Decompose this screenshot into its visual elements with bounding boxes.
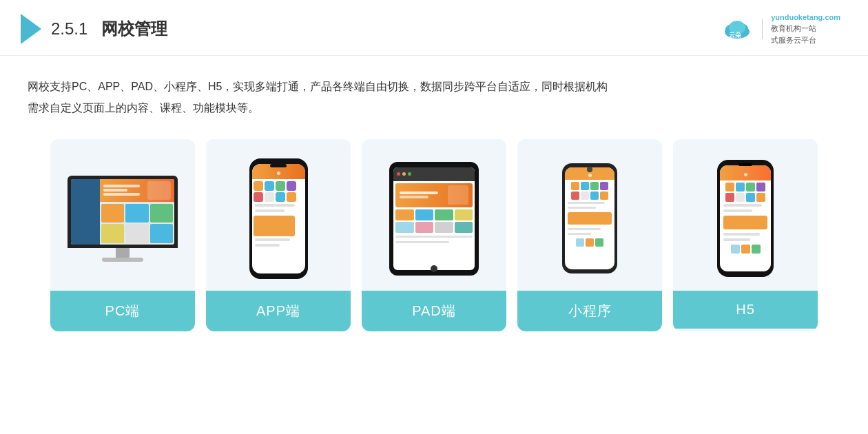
banner-line <box>103 193 140 196</box>
brand-url: yunduoketang.com <box>771 12 840 23</box>
sp-icon <box>586 238 594 247</box>
banner-line <box>103 185 140 187</box>
monitor-base <box>102 258 143 262</box>
h5-phone-mockup <box>717 160 774 277</box>
dot <box>277 172 280 175</box>
page-wrapper: 2.5.1 网校管理 云朵 yunduoketang.com 教育机构一站 <box>0 0 868 434</box>
card-app-image <box>206 139 351 291</box>
monitor-screen <box>71 179 174 245</box>
pad-home-button <box>431 265 437 272</box>
pad-text-line <box>395 241 449 243</box>
h5-row <box>721 193 769 202</box>
sp-body <box>565 180 614 249</box>
brand-text: yunduoketang.com 教育机构一站 式服务云平台 <box>771 12 840 45</box>
section-number: 2.5.1 <box>51 19 87 38</box>
monitor-neck <box>116 248 130 258</box>
sp-button <box>568 212 612 225</box>
phone-camera <box>587 167 592 172</box>
sp-icon <box>576 238 584 247</box>
h5-icon <box>746 193 755 202</box>
phone-screen <box>252 164 305 273</box>
app-icon <box>254 192 263 202</box>
pad-cell <box>435 209 453 220</box>
sp-text-line <box>568 228 601 230</box>
pad-cell <box>435 222 453 233</box>
sp-icon <box>590 192 599 200</box>
sp-icon <box>581 192 589 200</box>
h5-icon <box>731 245 740 254</box>
header-right: 云朵 yunduoketang.com 教育机构一站 式服务云平台 <box>721 12 840 45</box>
banner-line <box>400 192 438 194</box>
card-pc-label: PC端 <box>50 291 195 331</box>
card-app-label: APP端 <box>206 291 351 331</box>
card-pad-image <box>362 139 506 291</box>
header: 2.5.1 网校管理 云朵 yunduoketang.com 教育机构一站 <box>0 0 868 56</box>
h5-bar <box>723 209 752 212</box>
sp-icon <box>590 182 599 190</box>
phone-row <box>254 216 304 236</box>
brand-slogan-line1: 教育机构一站 <box>771 23 840 34</box>
h5-screen <box>720 165 771 271</box>
h5-icon <box>752 245 761 254</box>
sp-icon <box>600 192 608 200</box>
card-miniprogram-image <box>517 139 662 291</box>
title-text: 网校管理 <box>101 19 167 38</box>
logo-arrow-icon <box>21 14 41 44</box>
svg-text:云朵: 云朵 <box>729 32 742 39</box>
description-line1: 网校支持PC、APP、PAD、小程序、H5，实现多端打通，产品各终端自由切换，数… <box>28 76 840 97</box>
pad-cell <box>455 209 473 220</box>
dot-green <box>408 172 411 176</box>
dot-yellow <box>402 172 406 176</box>
app-icon <box>265 192 274 202</box>
pad-cell <box>415 209 434 220</box>
phone-notch <box>270 164 287 167</box>
sp-icon <box>571 192 579 200</box>
sp-text-line <box>568 233 591 235</box>
monitor-banner <box>100 179 174 202</box>
app-icon <box>287 181 296 191</box>
app-icon <box>287 192 296 202</box>
monitor-body <box>68 176 178 248</box>
banner-line <box>103 189 127 192</box>
phone-row <box>254 192 304 202</box>
h5-icon <box>756 183 765 192</box>
sp-row <box>566 192 613 200</box>
pad-banner-img <box>448 185 468 205</box>
sp-icon <box>571 182 579 190</box>
banner-line <box>400 196 428 198</box>
dot <box>588 174 592 177</box>
h5-body <box>720 180 771 256</box>
h5-icon <box>725 183 734 192</box>
card-pc: PC端 <box>50 139 195 331</box>
cloud-icon: 云朵 <box>721 17 754 41</box>
brand-divider <box>762 19 763 39</box>
pad-grid <box>395 209 473 233</box>
card-h5-label: H5 <box>673 291 818 329</box>
h5-icon <box>736 193 745 202</box>
grid-cell <box>150 204 173 223</box>
h5-icon <box>741 245 750 254</box>
text-line <box>255 238 290 241</box>
card-miniprogram-label: 小程序 <box>517 291 662 331</box>
pad-screen <box>393 167 475 270</box>
sp-row <box>566 238 613 247</box>
text-line <box>255 244 280 247</box>
monitor-content-grid <box>100 203 174 245</box>
brand-logo: 云朵 yunduoketang.com 教育机构一站 式服务云平台 <box>721 12 840 45</box>
sp-text-line <box>568 207 596 209</box>
header-left: 2.5.1 网校管理 <box>21 14 167 44</box>
phone-body <box>252 179 305 273</box>
card-app: APP端 <box>206 139 351 331</box>
cards-section: PC端 <box>0 125 868 352</box>
description-block: 网校支持PC、APP、PAD、小程序、H5，实现多端打通，产品各终端自由切换，数… <box>0 56 868 125</box>
dot <box>744 173 747 176</box>
monitor-banner-text <box>103 185 144 196</box>
grid-cell <box>125 204 148 223</box>
h5-icon <box>725 193 734 202</box>
app-icon <box>265 181 274 191</box>
pad-header <box>393 167 475 181</box>
sp-icon <box>600 182 608 190</box>
small-phone-screen <box>565 167 614 269</box>
grid-cell <box>125 224 148 242</box>
card-pc-image <box>50 139 195 291</box>
